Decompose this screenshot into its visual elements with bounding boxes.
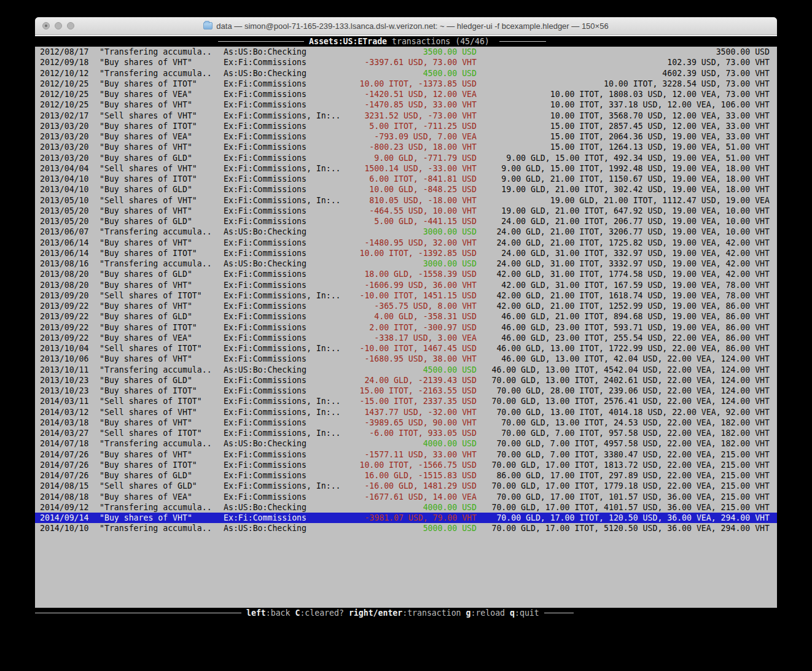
transaction-description: "Buy shares of ITOT" [100,79,224,89]
transaction-other-accounts: Ex:Fi:Commissions, In:.. [224,163,353,174]
transaction-row[interactable]: 2013/03/20 "Buy shares of ITOT" Ex:Fi:Co… [35,121,777,131]
transaction-row[interactable]: 2013/02/17 "Sell shares of VHT" Ex:Fi:Co… [35,111,777,121]
transaction-row[interactable]: 2013/09/22 "Buy shares of VEA" Ex:Fi:Com… [35,333,777,343]
transaction-date: 2013/04/10 [40,174,90,184]
transaction-list: 2012/08/17 "Transfering accumula.. As:US… [35,47,777,534]
transaction-row[interactable]: 2014/07/26 "Buy shares of ITOT" Ex:Fi:Co… [35,460,777,470]
transaction-description: "Buy shares of VHT" [100,99,224,110]
transaction-balance: 19.00 GLD, 21.00 ITOT, 302.42 USD, 19.00… [477,184,777,195]
row-gap [90,79,100,89]
transaction-row[interactable]: 2013/10/11 "Transfering accumula.. As:US… [35,365,777,375]
transaction-row[interactable]: 2013/08/16 "Transfering accumula.. As:US… [35,258,777,269]
transaction-date: 2013/04/04 [40,163,90,174]
transaction-amount: -338.17 USD, 3.00 VEA [353,333,477,343]
transaction-row[interactable]: 2014/08/15 "Sell shares of GLD" Ex:Fi:Co… [35,481,777,491]
transaction-balance: 70.00 GLD, 13.00 ITOT, 24.53 USD, 22.00 … [477,417,777,428]
transaction-row[interactable]: 2013/09/20 "Sell shares of ITOT" Ex:Fi:C… [35,290,777,301]
transaction-other-accounts: Ex:Fi:Commissions [224,269,353,279]
transaction-row[interactable]: 2014/07/26 "Buy shares of VHT" Ex:Fi:Com… [35,449,777,460]
transaction-row[interactable]: 2013/05/10 "Sell shares of VHT" Ex:Fi:Co… [35,195,777,206]
row-gap [90,258,100,269]
transaction-balance: 70.00 GLD, 28.00 ITOT, 239.06 USD, 22.00… [477,386,777,396]
transaction-row[interactable]: 2014/07/18 "Transfering accumula.. As:US… [35,438,777,449]
transaction-row[interactable]: 2012/10/25 "Buy shares of VEA" Ex:Fi:Com… [35,89,777,99]
transaction-row[interactable]: 2013/09/22 "Buy shares of GLD" Ex:Fi:Com… [35,311,777,322]
row-padding [35,227,40,237]
zoom-button[interactable] [67,22,74,29]
transaction-row[interactable]: 2013/06/07 "Transfering accumula.. As:US… [35,227,777,237]
transaction-row[interactable]: 2013/05/20 "Buy shares of VHT" Ex:Fi:Com… [35,206,777,216]
status-bar: left:backC:cleared?right/enter:transacti… [35,608,777,618]
screen-account-name: Assets:US:ETrade [309,36,387,47]
transaction-other-accounts: Ex:Fi:Commissions [224,248,353,258]
row-gap [90,386,100,396]
transaction-row[interactable]: 2012/10/25 "Buy shares of ITOT" Ex:Fi:Co… [35,79,777,89]
transaction-row[interactable]: 2013/04/04 "Sell shares of VHT" Ex:Fi:Co… [35,163,777,174]
row-gap [90,280,100,290]
transaction-row[interactable]: 2013/03/20 "Buy shares of VHT" Ex:Fi:Com… [35,142,777,152]
transaction-row[interactable]: 2012/10/25 "Buy shares of VHT" Ex:Fi:Com… [35,99,777,110]
transaction-amount: 5000.00 USD [353,523,477,533]
transaction-amount: -1480.95 USD, 32.00 VHT [353,238,477,248]
transaction-row[interactable]: 2013/09/22 "Buy shares of ITOT" Ex:Fi:Co… [35,322,777,333]
transaction-date: 2013/10/11 [40,365,90,375]
transaction-balance: 70.00 GLD, 13.00 ITOT, 2402.61 USD, 22.0… [477,375,777,386]
transaction-row[interactable]: 2013/03/20 "Buy shares of VEA" Ex:Fi:Com… [35,131,777,142]
transaction-row[interactable]: 2014/10/10 "Transfering accumula.. As:US… [35,523,777,533]
transaction-row[interactable]: 2014/07/26 "Buy shares of GLD" Ex:Fi:Com… [35,470,777,481]
row-gap [90,322,100,333]
transaction-row[interactable]: 2014/03/27 "Sell shares of ITOT" Ex:Fi:C… [35,428,777,438]
transaction-row[interactable]: 2012/09/18 "Buy shares of VHT" Ex:Fi:Com… [35,57,777,68]
transaction-row[interactable]: 2013/03/20 "Buy shares of GLD" Ex:Fi:Com… [35,153,777,163]
transaction-row[interactable]: 2012/10/12 "Transfering accumula.. As:US… [35,68,777,79]
transaction-row[interactable]: 2013/06/14 "Buy shares of VHT" Ex:Fi:Com… [35,238,777,248]
transaction-row[interactable]: 2014/03/11 "Sell shares of ITOT" Ex:Fi:C… [35,396,777,406]
border-line [35,613,241,613]
key-hint: right/enter:transaction [349,608,461,618]
transaction-row[interactable]: 2014/09/14 "Buy shares of VHT" Ex:Fi:Com… [35,513,777,523]
row-padding [35,428,40,438]
transaction-balance: 9.00 GLD, 15.00 ITOT, 1992.48 USD, 19.00… [477,163,777,174]
minimize-button[interactable] [55,22,62,29]
transaction-row[interactable]: 2014/09/12 "Transfering accumula.. As:US… [35,502,777,513]
transaction-date: 2013/06/07 [40,227,90,237]
transaction-date: 2013/10/23 [40,375,90,386]
transaction-row[interactable]: 2014/03/18 "Buy shares of VHT" Ex:Fi:Com… [35,417,777,428]
row-padding [35,502,40,513]
transaction-row[interactable]: 2013/04/10 "Buy shares of ITOT" Ex:Fi:Co… [35,174,777,184]
transaction-row[interactable]: 2013/10/23 "Buy shares of ITOT" Ex:Fi:Co… [35,386,777,396]
transaction-amount: 3500.00 USD [353,47,477,57]
transaction-row[interactable]: 2013/08/20 "Buy shares of GLD" Ex:Fi:Com… [35,269,777,279]
transaction-amount: 3000.00 USD [353,227,477,237]
transaction-description: "Sell shares of ITOT" [100,428,224,438]
transaction-amount: 4500.00 USD [353,365,477,375]
transaction-row[interactable]: 2013/05/20 "Buy shares of GLD" Ex:Fi:Com… [35,216,777,227]
transaction-balance: 24.00 GLD, 31.00 ITOT, 3332.97 USD, 19.0… [477,258,777,269]
transaction-balance: 19.00 GLD, 21.00 ITOT, 1112.47 USD, 19.0… [477,195,777,206]
transaction-row[interactable]: 2013/10/23 "Buy shares of GLD" Ex:Fi:Com… [35,375,777,386]
transaction-amount: 24.00 GLD, -2139.43 USD [353,375,477,386]
transaction-other-accounts: Ex:Fi:Commissions [224,216,353,227]
transaction-row[interactable]: 2013/10/04 "Sell shares of ITOT" Ex:Fi:C… [35,343,777,354]
transaction-row[interactable]: 2012/08/17 "Transfering accumula.. As:US… [35,47,777,57]
transaction-row[interactable]: 2013/08/20 "Buy shares of VHT" Ex:Fi:Com… [35,280,777,290]
row-padding [35,68,40,79]
close-button[interactable] [42,22,50,29]
transaction-row[interactable]: 2013/09/22 "Buy shares of VHT" Ex:Fi:Com… [35,301,777,311]
transaction-other-accounts: Ex:Fi:Commissions [224,417,353,428]
row-padding [35,343,40,354]
window-titlebar[interactable]: data — simon@pool-71-165-239-133.lsanca.… [35,17,777,35]
row-gap [90,438,100,449]
row-gap [90,333,100,343]
transaction-balance: 10.00 ITOT, 337.18 USD, 12.00 VEA, 106.0… [477,99,777,110]
transaction-other-accounts: As:US:Bo:Checking [224,68,353,79]
transaction-row[interactable]: 2014/03/12 "Sell shares of VHT" Ex:Fi:Co… [35,407,777,417]
transaction-row[interactable]: 2013/10/06 "Buy shares of VHT" Ex:Fi:Com… [35,354,777,364]
transaction-row[interactable]: 2014/08/18 "Buy shares of VEA" Ex:Fi:Com… [35,492,777,502]
transaction-description: "Sell shares of ITOT" [100,290,224,301]
transaction-balance: 46.00 GLD, 13.00 ITOT, 42.04 USD, 22.00 … [477,354,777,364]
transaction-description: "Buy shares of VHT" [100,417,224,428]
transaction-date: 2013/08/16 [40,258,90,269]
transaction-row[interactable]: 2013/04/10 "Buy shares of GLD" Ex:Fi:Com… [35,184,777,195]
transaction-row[interactable]: 2013/06/14 "Buy shares of ITOT" Ex:Fi:Co… [35,248,777,258]
